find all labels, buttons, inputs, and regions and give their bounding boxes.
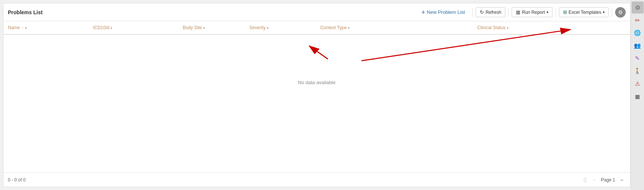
report-icon: ▦ bbox=[516, 9, 520, 15]
run-report-label: Run Report bbox=[522, 10, 545, 15]
sidebar-settings-button[interactable]: ⚙ bbox=[632, 1, 644, 13]
sidebar-settings-icon: ⚙ bbox=[635, 4, 640, 11]
page-label: Page 1 bbox=[601, 177, 615, 183]
new-problem-button[interactable]: + New Problem List bbox=[417, 7, 469, 18]
first-page-button[interactable]: ⟨| bbox=[582, 176, 588, 184]
record-count: 0 - 0 of 0 bbox=[8, 177, 25, 183]
sidebar-grid-icon: ▦ bbox=[635, 94, 640, 99]
col-name[interactable]: Name ↑ ▾ bbox=[3, 21, 63, 34]
sidebar-globe-button[interactable]: 🌐 bbox=[632, 27, 644, 39]
sidebar-pencil-icon: ✎ bbox=[635, 55, 640, 62]
problems-list-panel: Problems List + New Problem List ↻ Refre… bbox=[3, 3, 631, 187]
page-title: Problems List bbox=[8, 9, 43, 15]
refresh-button[interactable]: ↻ Refresh bbox=[476, 7, 505, 17]
gear-icon: ⚙ bbox=[618, 9, 623, 15]
header-bar: Problems List + New Problem List ↻ Refre… bbox=[3, 3, 630, 21]
problems-table: Name ↑ ▾ ICD10Id ▾ Body Site ▾ Severity bbox=[3, 21, 630, 130]
sidebar-globe-icon: 🌐 bbox=[634, 30, 641, 36]
col-icd10id-chevron-icon: ▾ bbox=[111, 26, 112, 30]
excel-icon: ⊞ bbox=[563, 9, 567, 15]
sidebar-alert-button[interactable]: ⚠ bbox=[632, 78, 644, 90]
col-icd10id[interactable]: ICD10Id ▾ bbox=[63, 21, 178, 34]
col-name-label: Name bbox=[8, 25, 20, 30]
right-sidebar: ⚙ ✏ 🌐 👥 ✎ 🚶 ⚠ ▦ bbox=[631, 0, 644, 190]
header-actions: + New Problem List ↻ Refresh ▦ Run Repor… bbox=[417, 7, 626, 18]
col-clinical-status-label: Clinical Status bbox=[477, 25, 506, 30]
run-report-chevron-icon: ▾ bbox=[547, 10, 548, 14]
next-page-button[interactable]: → bbox=[617, 176, 626, 184]
col-name-chevron-icon: ▾ bbox=[25, 26, 27, 30]
col-clinical-status[interactable]: Clinical Status ▾ bbox=[410, 21, 630, 34]
sidebar-edit-icon: ✏ bbox=[635, 17, 640, 24]
sidebar-pencil-button[interactable]: ✎ bbox=[632, 52, 644, 64]
col-body-site[interactable]: Body Site ▾ bbox=[178, 21, 245, 34]
excel-templates-label: Excel Templates bbox=[569, 10, 601, 15]
sidebar-people-icon: 👥 bbox=[634, 42, 641, 49]
col-body-site-label: Body Site bbox=[183, 25, 202, 30]
refresh-label: Refresh bbox=[485, 10, 501, 15]
col-clinical-status-chevron-icon: ▾ bbox=[507, 26, 509, 30]
separator-2 bbox=[508, 8, 509, 17]
no-data-message: No data available bbox=[298, 80, 335, 85]
sidebar-grid-button[interactable]: ▦ bbox=[632, 91, 644, 102]
table-header-row: Name ↑ ▾ ICD10Id ▾ Body Site ▾ Severity bbox=[3, 21, 630, 34]
sidebar-edit-button[interactable]: ✏ bbox=[632, 14, 644, 26]
separator-4 bbox=[612, 8, 612, 17]
col-severity[interactable]: Severity ▾ bbox=[245, 21, 305, 34]
footer-bar: 0 - 0 of 0 ⟨| ← Page 1 → bbox=[3, 172, 630, 187]
excel-templates-button[interactable]: ⊞ Excel Templates ▾ bbox=[559, 7, 609, 17]
col-icd10id-label: ICD10Id bbox=[93, 25, 109, 30]
sidebar-alert-icon: ⚠ bbox=[635, 80, 640, 87]
separator-1 bbox=[472, 8, 473, 17]
sidebar-people-button[interactable]: 👥 bbox=[632, 40, 644, 52]
col-context-type-chevron-icon: ▾ bbox=[348, 26, 350, 30]
pagination: ⟨| ← Page 1 → bbox=[582, 176, 626, 184]
table-container: Name ↑ ▾ ICD10Id ▾ Body Site ▾ Severity bbox=[3, 21, 630, 172]
excel-chevron-icon: ▾ bbox=[603, 10, 605, 14]
run-report-button[interactable]: ▦ Run Report ▾ bbox=[512, 7, 552, 17]
sidebar-person-icon: 🚶 bbox=[634, 68, 641, 74]
no-data-row: No data available bbox=[3, 34, 630, 130]
separator-3 bbox=[556, 8, 556, 17]
prev-page-button[interactable]: ← bbox=[590, 176, 599, 184]
col-body-site-chevron-icon: ▾ bbox=[203, 26, 205, 30]
plus-icon: + bbox=[421, 9, 425, 16]
col-context-type[interactable]: Context Type ▾ bbox=[305, 21, 409, 34]
sidebar-person-button[interactable]: 🚶 bbox=[632, 65, 644, 77]
refresh-icon: ↻ bbox=[480, 9, 484, 15]
col-severity-label: Severity bbox=[249, 25, 265, 30]
col-context-type-label: Context Type bbox=[320, 25, 347, 30]
new-problem-label: New Problem List bbox=[427, 9, 465, 15]
sort-asc-icon: ↑ bbox=[22, 26, 24, 30]
settings-circle-button[interactable]: ⚙ bbox=[615, 7, 626, 18]
col-severity-chevron-icon: ▾ bbox=[267, 26, 269, 30]
